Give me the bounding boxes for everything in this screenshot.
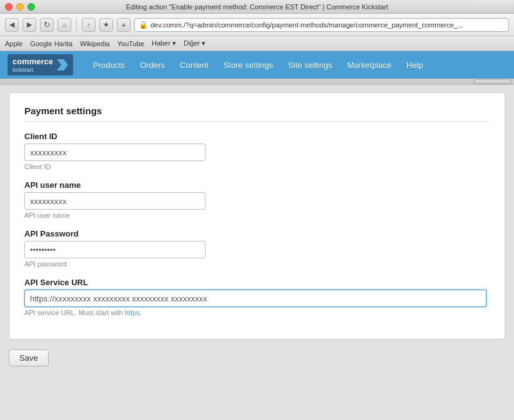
reload-button[interactable]: ↻ — [40, 18, 54, 32]
title-bar: Editing action "Enable payment method: C… — [0, 0, 514, 14]
api-service-url-hint-link[interactable]: https — [125, 309, 140, 316]
minimize-button[interactable] — [16, 3, 24, 11]
logo[interactable]: commerce kickstart. — [7, 54, 73, 76]
bookmark-youtube[interactable]: YouTube — [117, 40, 144, 47]
api-service-url-field-group: API Service URL API service URL. Must st… — [24, 278, 490, 316]
save-button[interactable]: Save — [9, 349, 49, 366]
browser-toolbar: ◀ ▶ ↻ ⌂ ↑ ★ + 🔒 dev.comm./?q=admin/comme… — [0, 14, 514, 36]
payment-settings-card: Payment settings Client ID Client ID API… — [9, 92, 505, 339]
nav-products[interactable]: Products — [86, 51, 132, 79]
api-username-hint: API user name — [24, 212, 490, 219]
maximize-button[interactable] — [27, 3, 35, 11]
home-button[interactable]: ⌂ — [57, 18, 71, 32]
bookmark-haber[interactable]: Haber — [152, 39, 176, 47]
section-title: Payment settings — [24, 105, 490, 122]
bookmark-google-harita[interactable]: Google Harita — [30, 40, 72, 47]
api-service-url-input[interactable] — [24, 290, 487, 307]
top-scroll-area — [0, 79, 514, 85]
nav-store-settings[interactable]: Store settings — [216, 51, 281, 79]
logo-text: commerce kickstart. — [12, 57, 53, 73]
bookmark-wikipedia[interactable]: Wikipedia — [80, 40, 110, 47]
client-id-input[interactable] — [24, 144, 205, 161]
client-id-label: Client ID — [24, 132, 490, 141]
site-nav-bar: commerce kickstart. Products Orders Cont… — [0, 51, 514, 79]
logo-icon — [57, 59, 68, 71]
nav-orders[interactable]: Orders — [132, 51, 172, 79]
nav-help[interactable]: Help — [399, 51, 431, 79]
add-tab-button[interactable]: + — [117, 18, 131, 32]
api-password-input[interactable] — [24, 241, 205, 258]
forward-button[interactable]: ▶ — [22, 18, 36, 32]
scroll-handle[interactable] — [474, 79, 512, 84]
security-icon: 🔒 — [139, 21, 148, 29]
api-password-field-group: API Password API password — [24, 229, 490, 268]
share-button[interactable]: ↑ — [82, 18, 96, 32]
main-content: Payment settings Client ID Client ID API… — [0, 85, 514, 420]
api-password-hint: API password — [24, 260, 490, 268]
api-service-url-hint-prefix: API service URL. Must start with — [24, 309, 125, 316]
bookmark-button[interactable]: ★ — [99, 18, 113, 32]
bookmarks-bar: Apple Google Harita Wikipedia YouTube Ha… — [0, 36, 514, 51]
window-controls — [5, 3, 35, 11]
browser-window: Editing action "Enable payment method: C… — [0, 0, 514, 420]
api-service-url-hint: API service URL. Must start with https. — [24, 309, 490, 316]
api-password-label: API Password — [24, 229, 490, 238]
nav-site-settings[interactable]: Site settings — [280, 51, 340, 79]
bookmark-apple[interactable]: Apple — [5, 40, 22, 47]
window-title: Editing action "Enable payment method: C… — [126, 3, 388, 11]
api-service-url-label: API Service URL — [24, 278, 490, 287]
save-button-area: Save — [9, 349, 505, 366]
api-username-label: API user name — [24, 180, 490, 190]
api-username-field-group: API user name API user name — [24, 180, 490, 219]
api-username-input[interactable] — [24, 192, 205, 210]
api-service-url-hint-suffix: . — [140, 309, 142, 316]
back-button[interactable]: ◀ — [5, 18, 19, 32]
client-id-hint: Client ID — [24, 163, 490, 170]
client-id-field-group: Client ID Client ID — [24, 132, 490, 170]
bookmark-diger[interactable]: Diğer — [184, 39, 205, 47]
address-text: dev.comm./?q=admin/commerce/config/payme… — [151, 21, 463, 29]
nav-content[interactable]: Content — [172, 51, 216, 79]
nav-marketplace[interactable]: Marketplace — [340, 51, 399, 79]
close-button[interactable] — [5, 3, 12, 11]
address-bar[interactable]: 🔒 dev.comm./?q=admin/commerce/config/pay… — [134, 18, 509, 32]
svg-marker-0 — [57, 59, 68, 71]
divider — [76, 19, 77, 31]
